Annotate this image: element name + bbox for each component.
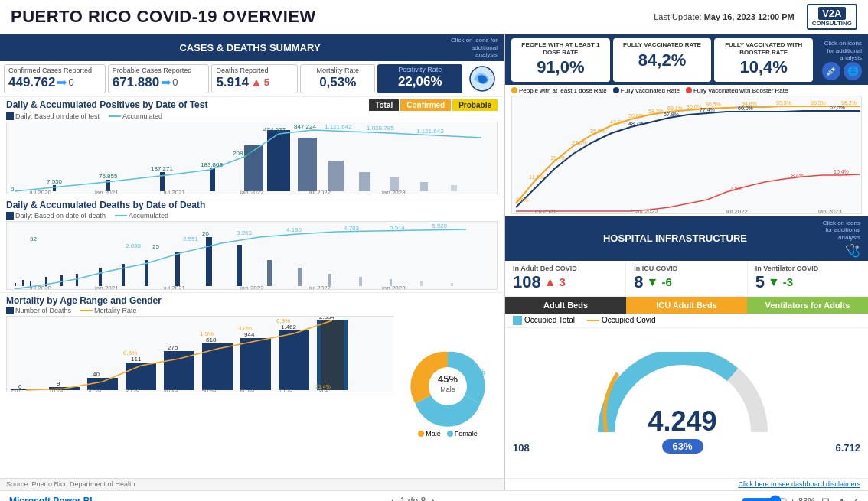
syringe-icon[interactable]: 💉 [822,62,840,80]
nav-prev[interactable]: ‹ [390,495,394,501]
adult-change: 3 [560,275,566,288]
stethoscope-icon[interactable]: 🩺 [845,243,860,258]
share-icon[interactable]: ↗ [836,496,844,502]
top-bar: PUERTO RICO COVID-19 OVERVIEW Last Updat… [0,0,868,34]
mortality-pie: 45% Male 55% Male Female [398,295,498,476]
svg-text:jan 2023: jan 2023 [817,208,842,214]
icu-value: 8 [634,272,643,292]
nav-next[interactable]: › [432,495,436,501]
tab-ventilators[interactable]: Ventilators for Adults [747,297,868,314]
hospital-click-note: Click on icons for additional analysis [814,220,860,242]
svg-rect-83 [279,330,309,390]
svg-text:jul 2022: jul 2022 [308,285,331,290]
disclaimer-link[interactable]: Click here to see dashboard disclaimers [738,480,860,488]
deaths-value: 5.914 [216,75,249,90]
hospital-stats-row: In Adult Bed COVID 108 ▲ 3 In ICU COVID … [505,261,868,297]
tab-icu-beds[interactable]: ICU Adult Beds [626,297,747,314]
powerbi-link[interactable]: Microsoft Power BI [9,496,93,501]
svg-text:86,5%: 86,5% [706,102,721,107]
zoom-minus[interactable]: − [733,496,738,501]
svg-rect-44 [298,268,302,286]
vacc-click-note: Click on icons for additional analysis [816,40,862,62]
logo: V2A CONSULTING [807,4,857,30]
stats-row: Confirmed Cases Reported 449.762 ➡ 0 Pro… [0,61,504,97]
svg-rect-41 [206,237,212,286]
svg-text:208.689: 208.689 [233,150,255,157]
probable-label: Probable Cases Reported [113,67,205,75]
svg-text:jan 2023: jan 2023 [381,189,406,194]
svg-text:60,0%: 60,0% [738,106,753,111]
nav-controls: ‹ 1 de 8 › [390,495,436,501]
positivity-value: 22,06% [385,74,455,89]
confirmed-label: Confirmed Cases Reported [8,67,101,75]
tab-probable[interactable]: Probable [452,99,498,111]
svg-text:43,0%: 43,0% [610,119,625,125]
svg-text:2.038: 2.038 [126,242,142,249]
svg-rect-8 [298,138,317,191]
tab-total[interactable]: Total [369,99,399,111]
svg-text:jan 2022: jan 2022 [634,208,658,214]
positivity-label: Positivity Rate [385,66,455,74]
svg-text:2,9%: 2,9% [730,186,742,191]
hospital-legend: Occupied Total Occupied Covid [505,314,868,328]
svg-text:3.263: 3.263 [237,229,253,236]
svg-text:76.855: 76.855 [99,173,118,180]
svg-text:1.121.642: 1.121.642 [325,123,352,130]
svg-rect-13 [451,185,457,191]
svg-text:40: 40 [93,371,100,378]
confirmed-arrow: ➡ [57,75,67,89]
vacc-booster-label: FULLY VACCINATED WITH BOOSTER RATE [720,41,807,56]
svg-text:1.029.785: 1.029.785 [367,125,394,132]
svg-text:57,8%: 57,8% [664,112,679,117]
svg-text:111: 111 [131,356,142,363]
icu-stat: In ICU COVID 8 ▼ -6 [626,261,747,296]
svg-rect-75 [164,351,194,390]
svg-rect-9 [328,161,344,191]
svg-text:20-29: 20-29 [87,389,101,392]
svg-rect-10 [359,172,370,191]
svg-text:45%: 45% [438,373,458,385]
svg-text:0,6%: 0,6% [123,350,137,356]
mortality-label: Mortality Rate [307,67,368,75]
deaths-arrow: ▲ [250,76,263,89]
svg-text:50,8%: 50,8% [628,113,644,119]
fit-icon[interactable]: ⊡ [821,496,830,502]
svg-text:27,6%: 27,6% [572,140,587,145]
mortality-stat: Mortality Rate 0,53% [300,64,375,93]
mortality-left: Mortality by Age Range and Gender Number… [6,295,393,476]
svg-text:50-59: 50-59 [202,389,216,392]
svg-text:jul 2020: jul 2020 [29,285,52,290]
svg-text:48,7%: 48,7% [628,121,644,126]
hospital-gauge-area: 108 4.249 63% 6.712 [505,328,868,478]
tab-confirmed[interactable]: Confirmed [400,99,451,111]
vent-label: In Ventilator COVID [755,265,860,272]
adult-bed-stat: In Adult Bed COVID 108 ▲ 3 [505,261,626,296]
deaths-label: Deaths Reported [216,67,293,75]
svg-text:jul 2022: jul 2022 [308,189,331,194]
svg-text:25: 25 [152,243,159,250]
tab-adult-beds[interactable]: Adult Beds [505,297,626,314]
mortality-value: 0,53% [307,75,368,90]
last-update: Last Update: May 16, 2023 12:00 PM [654,12,794,21]
fullscreen-icon[interactable]: ⤢ [850,496,859,502]
positivity-stat: Positivity Rate 22,06% [377,64,462,93]
vacc-chart: 2,5% 11,5% 19,4% 27,6% 35,8% 43,0% 50,8%… [511,96,862,214]
svg-rect-46 [359,277,362,286]
icu-down-arrow: ▼ [647,275,659,289]
svg-rect-37 [99,268,102,286]
hospital-section: HOSPITAL INFRASTRUCTURE Click on icons f… [505,216,868,490]
vacc-dose1-value: 91,0% [517,57,604,77]
zoom-value: 83% [798,496,815,501]
probable-stat: Probable Cases Reported 671.880 ➡ 0 [108,64,210,93]
vacc-full-label: FULLY VACCINATED RATE [619,41,706,49]
svg-text:7.530: 7.530 [47,178,63,185]
vacc-full-value: 84,2% [619,50,706,70]
right-panel: PEOPLE WITH AT LEAST 1 DOSE RATE 91,0% F… [505,34,868,490]
zoom-slider[interactable] [742,495,788,501]
svg-text:1.121.642: 1.121.642 [416,128,444,135]
svg-text:jan 2021: jan 2021 [94,285,119,290]
probable-arrow: ➡ [161,75,171,89]
zoom-plus[interactable]: + [791,496,795,501]
globe-icon[interactable]: 🌐 [844,62,862,80]
svg-text:1.462: 1.462 [281,324,297,330]
